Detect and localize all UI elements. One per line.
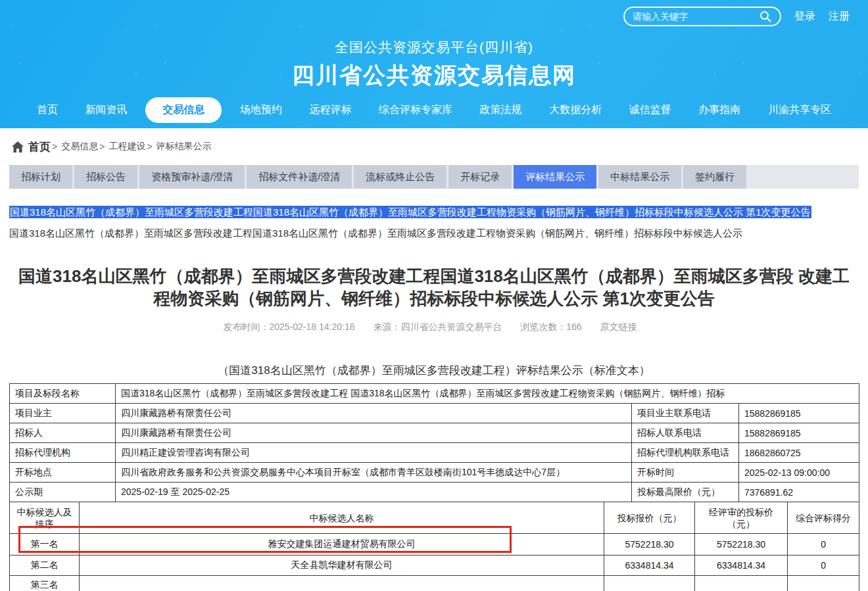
candidate-name: 天全县凯华建材有限公司 xyxy=(80,556,604,576)
row-value-2: 2025-02-13 09:00:00 xyxy=(739,463,859,483)
row-label: 招标代理机构 xyxy=(10,443,116,463)
search-input[interactable] xyxy=(633,11,759,22)
platform-title: 全国公共资源交易平台(四川省) xyxy=(0,38,868,57)
candidate-name xyxy=(80,576,604,591)
row-value: 四川康藏路桥有限责任公司 xyxy=(116,423,632,443)
candidate-row-3: 第三名 xyxy=(10,576,859,591)
source-label: 来源： xyxy=(373,321,400,332)
evaluation-result-table: 项目及标段名称 国道318名山区黑竹（成都界）至雨城区多营段改建工程 国道318… xyxy=(9,383,859,591)
candidate-reviewed: 5752218.30 xyxy=(695,534,788,556)
source-value: 四川省公共资源交易平台 xyxy=(400,321,502,332)
tab-failed-or-terminated[interactable]: 流标或终止公告 xyxy=(354,165,446,189)
row-value: 2025-02-19 至 2025-02-25 xyxy=(116,483,632,502)
candidate-row-2: 第二名 天全县凯华建材有限公司 6334814.34 6334814.34 0 xyxy=(10,556,859,576)
article-meta: 发布时间：2025-02-18 14:20:18 来源：四川省公共资源交易平台 … xyxy=(0,321,868,333)
breadcrumb-separator: > xyxy=(147,141,152,152)
tab-bid-announcement[interactable]: 招标公告 xyxy=(74,165,137,189)
candidate-rank: 第二名 xyxy=(10,556,80,576)
table-row: 开标地点 四川省政府政务服务和公共资源交易服务中心本项目开标室（成都市青羊区鼓楼… xyxy=(10,463,859,483)
register-link[interactable]: 注册 xyxy=(829,10,850,24)
header-name: 中标候选人名称 xyxy=(80,502,604,534)
row-value-2: 15882869185 xyxy=(739,404,859,423)
candidate-bid: 5752218.30 xyxy=(604,534,695,556)
nav-item-remote-evaluation[interactable]: 远程评标 xyxy=(300,97,360,123)
row-label: 开标地点 xyxy=(10,463,116,483)
row-label: 项目业主 xyxy=(10,404,116,423)
breadcrumb-separator: > xyxy=(99,141,105,152)
tab-bid-plan[interactable]: 招标计划 xyxy=(9,165,72,189)
row-label-2: 招标人联系电话 xyxy=(632,423,739,443)
list-item[interactable]: 国道318名山区黑竹（成都界）至雨城区多营段改建工程国道318名山区黑竹（成都界… xyxy=(9,227,859,240)
login-link[interactable]: 登录 xyxy=(794,10,815,24)
table-row: 公示期 2025-02-19 至 2025-02-25 投标最高限价（元） 73… xyxy=(10,483,859,502)
row-label: 公示期 xyxy=(10,483,116,502)
table-caption: （国道318名山区黑竹（成都界）至雨城区多营段改建工程）评标结果公示（标准文本） xyxy=(0,363,868,378)
table-row: 项目及标段名称 国道318名山区黑竹（成都界）至雨城区多营段改建工程 国道318… xyxy=(10,384,859,404)
candidate-reviewed xyxy=(695,576,788,591)
candidate-bid xyxy=(604,576,695,591)
row-label-2: 投标最高限价（元） xyxy=(632,483,739,502)
row-label-2: 开标时间 xyxy=(632,463,739,483)
nav-item-chuanyu-zone[interactable]: 川渝共享专区 xyxy=(759,97,840,123)
page-title: 国道318名山区黑竹（成都界）至雨城区多营段改建工程国道318名山区黑竹（成都界… xyxy=(18,265,850,310)
search-box[interactable] xyxy=(623,7,781,26)
tab-evaluation-result[interactable]: 评标结果公示 xyxy=(514,165,596,189)
candidate-bid: 6334814.34 xyxy=(604,556,695,576)
candidates-header-row: 中标候选人及排序 中标候选人名称 投标报价（元） 经评审的投标价（元） 综合评标… xyxy=(10,502,859,534)
candidate-row-1: 第一名 雅安交建集团运通建材贸易有限公司 5752218.30 5752218.… xyxy=(10,534,859,556)
candidate-score: 0 xyxy=(788,556,859,576)
row-value: 国道318名山区黑竹（成都界）至雨城区多营段改建工程 国道318名山区黑竹（成都… xyxy=(116,384,859,404)
table-row: 招标人 四川康藏路桥有限责任公司 招标人联系电话 15882869185 xyxy=(10,423,859,443)
row-label: 招标人 xyxy=(10,423,116,443)
tab-contract-performance[interactable]: 签约履行 xyxy=(683,165,746,189)
nav-item-trade-info[interactable]: 交易信息 xyxy=(145,97,222,123)
original-link[interactable]: 原文链接 xyxy=(600,321,637,332)
topbar: 登录 注册 xyxy=(623,7,850,26)
tab-bid-opening-record[interactable]: 开标记录 xyxy=(448,165,512,189)
row-value-2: 18682860725 xyxy=(739,443,859,463)
row-label-2: 招标代理机构联系电话 xyxy=(632,443,739,463)
candidate-reviewed: 6334814.34 xyxy=(695,556,788,576)
breadcrumb-item-engineering[interactable]: 工程建设 xyxy=(108,141,145,153)
row-value: 四川康藏路桥有限责任公司 xyxy=(116,404,632,423)
nav-item-expert-db[interactable]: 综合评标专家库 xyxy=(370,97,462,123)
category-tabbar: 招标计划 招标公告 资格预审补遗/澄清 招标文件补遗/澄清 流标或终止公告 开标… xyxy=(9,165,859,189)
nav-item-policy[interactable]: 政策法规 xyxy=(471,97,531,123)
nav-item-news[interactable]: 新闻资讯 xyxy=(76,97,137,123)
table-row: 项目业主 四川康藏路桥有限责任公司 项目业主联系电话 15882869185 xyxy=(10,404,859,423)
views-label: 浏览次数： xyxy=(520,321,566,332)
home-icon[interactable] xyxy=(12,141,24,153)
breadcrumb-item-trade-info[interactable]: 交易信息 xyxy=(61,141,98,153)
row-value-2: 7376891.62 xyxy=(739,483,859,502)
breadcrumb-item-evaluation-result[interactable]: 评标结果公示 xyxy=(157,141,212,153)
tab-award-result[interactable]: 中标结果公示 xyxy=(598,165,681,189)
header-rank: 中标候选人及排序 xyxy=(10,502,80,534)
tab-prequalification-addendum[interactable]: 资格预审补遗/澄清 xyxy=(139,165,245,189)
row-value-2: 15882869185 xyxy=(739,423,859,443)
published-label: 发布时间： xyxy=(223,321,269,332)
row-value: 四川精正建设管理咨询有限公司 xyxy=(116,443,632,463)
nav-item-big-data[interactable]: 大数据分析 xyxy=(540,97,611,123)
nav-item-guide[interactable]: 办事指南 xyxy=(689,97,750,123)
header-bid: 投标报价（元） xyxy=(604,502,695,534)
table-row: 招标代理机构 四川精正建设管理咨询有限公司 招标代理机构联系电话 1868286… xyxy=(10,443,859,463)
header-reviewed: 经评审的投标价（元） xyxy=(695,502,788,534)
row-label: 项目及标段名称 xyxy=(10,384,116,404)
breadcrumb-item-home[interactable]: 首页 xyxy=(28,139,51,154)
site-header: 登录 注册 全国公共资源交易平台(四川省) 四川省公共资源交易信息网 首页 新闻… xyxy=(0,0,868,128)
published-value: 2025-02-18 14:20:18 xyxy=(269,321,354,332)
row-label-2: 项目业主联系电话 xyxy=(632,404,739,423)
list-item-selected[interactable]: 国道318名山区黑竹（成都界）至雨城区多营段改建工程国道318名山区黑竹（成都界… xyxy=(9,206,811,218)
nav-item-venue-booking[interactable]: 场地预约 xyxy=(231,97,291,123)
candidate-score: 0 xyxy=(788,534,859,556)
candidate-name: 雅安交建集团运通建材贸易有限公司 xyxy=(80,534,604,556)
candidate-rank: 第三名 xyxy=(10,576,80,591)
row-value: 四川省政府政务服务和公共资源交易服务中心本项目开标室（成都市青羊区鼓楼南街101… xyxy=(116,463,632,483)
search-icon[interactable] xyxy=(759,10,772,23)
tab-bid-doc-addendum[interactable]: 招标文件补遗/澄清 xyxy=(247,165,352,189)
main-nav: 首页 新闻资讯 交易信息 场地预约 远程评标 综合评标专家库 政策法规 大数据分… xyxy=(0,97,868,123)
result-list: 国道318名山区黑竹（成都界）至雨城区多营段改建工程国道318名山区黑竹（成都界… xyxy=(9,205,859,240)
nav-item-home[interactable]: 首页 xyxy=(28,97,67,123)
nav-item-credit[interactable]: 诚信监督 xyxy=(620,97,681,123)
views-value: 166 xyxy=(566,321,581,332)
